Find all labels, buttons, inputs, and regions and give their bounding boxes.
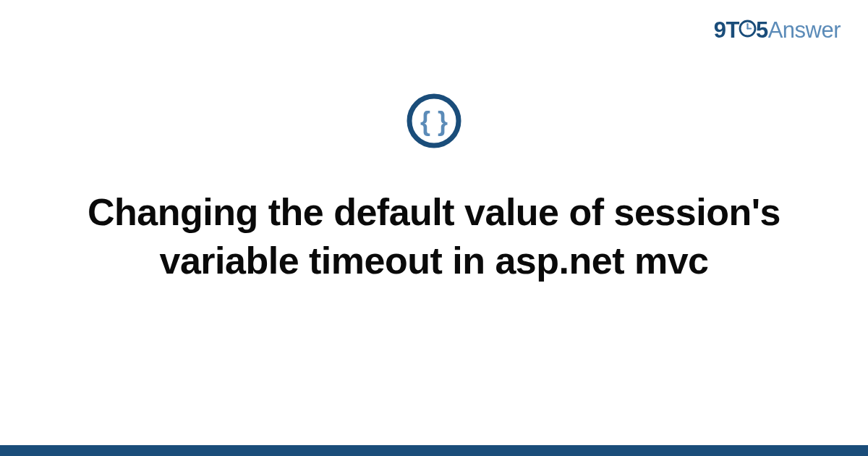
footer-accent-bar bbox=[0, 445, 868, 456]
logo-five: 5 bbox=[756, 17, 768, 43]
site-logo: 9T 5Answer bbox=[714, 17, 841, 45]
logo-t: T bbox=[726, 17, 739, 43]
clock-icon bbox=[739, 17, 757, 43]
svg-text:{ }: { } bbox=[420, 106, 448, 136]
logo-nine: 9 bbox=[714, 17, 726, 43]
logo-answer: Answer bbox=[768, 17, 841, 43]
code-braces-icon: { } bbox=[406, 93, 462, 149]
page-title: Changing the default value of session's … bbox=[65, 188, 803, 284]
